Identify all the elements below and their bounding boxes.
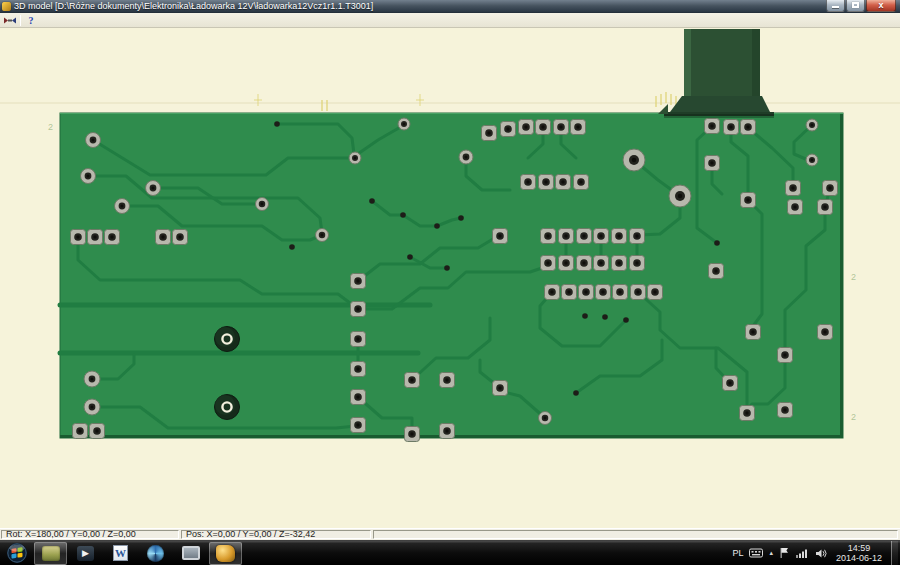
via-hole[interactable]	[582, 313, 588, 319]
via-hole[interactable]	[714, 240, 720, 246]
taskbar-item-target3001[interactable]	[209, 542, 242, 565]
fit-view-arrows-icon	[3, 15, 17, 26]
action-center-flag-icon[interactable]	[779, 547, 790, 559]
via-hole[interactable]	[602, 314, 608, 320]
mounting-post[interactable]	[215, 395, 240, 420]
window-icon	[182, 546, 200, 560]
play-icon: ▶	[77, 546, 94, 561]
volume-icon[interactable]	[815, 548, 827, 559]
fit-view-button[interactable]	[2, 14, 18, 27]
taskbar: ▶ W PL ▴ 14:59	[0, 540, 900, 565]
position-readout: Pos: X=0,00 / Y=0,00 / Z=-32,42	[181, 530, 371, 539]
maximize-icon	[852, 2, 859, 8]
maximize-button[interactable]	[846, 0, 865, 12]
via-hole[interactable]	[274, 121, 280, 127]
window-title: 3D model [D:\Różne dokumenty\Elektronika…	[14, 0, 823, 13]
grid-mark	[254, 94, 262, 106]
system-tray: PL ▴ 14:59 2014-06-12	[732, 541, 900, 565]
via-hole[interactable]	[458, 215, 464, 221]
via-hole[interactable]	[289, 244, 295, 250]
clock-time: 14:59	[848, 543, 871, 553]
file-manager-icon	[42, 546, 60, 561]
minimize-icon	[832, 6, 839, 8]
via-hole[interactable]	[444, 265, 450, 271]
window-controls: x	[826, 0, 896, 12]
board-right-edge	[840, 113, 843, 438]
taskbar-item-media-player[interactable]: ▶	[69, 542, 102, 565]
desktop: 3D model [D:\Różne dokumenty\Elektronika…	[0, 0, 900, 565]
help-button[interactable]: ?	[23, 14, 39, 27]
window-titlebar[interactable]: 3D model [D:\Różne dokumenty\Elektronika…	[0, 0, 900, 13]
ghost-label: 2	[851, 272, 856, 282]
hidden-icons-chevron[interactable]: ▴	[769, 549, 773, 557]
windows-logo-icon	[6, 542, 28, 564]
close-icon: x	[878, 0, 883, 10]
minimize-button[interactable]	[826, 0, 845, 12]
via-hole[interactable]	[369, 198, 375, 204]
pcb-3d-scene: 222	[0, 28, 900, 528]
target3001-icon	[216, 545, 235, 562]
toolbar: ?	[0, 13, 900, 28]
taskbar-item-word[interactable]: W	[104, 542, 137, 565]
show-desktop-button[interactable]	[891, 541, 898, 565]
start-button[interactable]	[2, 541, 32, 565]
language-indicator[interactable]: PL	[732, 548, 743, 558]
help-icon: ?	[29, 15, 34, 26]
disc-icon	[147, 545, 164, 562]
network-icon[interactable]	[796, 548, 809, 559]
3d-viewport[interactable]: 222	[0, 28, 900, 528]
app-icon	[2, 2, 11, 11]
close-button[interactable]: x	[866, 0, 896, 12]
taskbar-item-folder-window[interactable]	[174, 542, 207, 565]
via-hole[interactable]	[623, 317, 629, 323]
status-spacer	[373, 530, 898, 539]
word-icon: W	[113, 545, 128, 561]
transformer-shadow	[664, 114, 774, 118]
grid-mark	[416, 94, 424, 106]
ghost-label: 2	[48, 122, 53, 132]
taskbar-item-file-manager[interactable]	[34, 542, 67, 565]
mounting-post[interactable]	[215, 327, 240, 352]
clock[interactable]: 14:59 2014-06-12	[833, 543, 885, 563]
ghost-label: 2	[851, 412, 856, 422]
keyboard-icon[interactable]	[749, 548, 763, 558]
via-hole[interactable]	[407, 254, 413, 260]
rotation-readout: Rot: X=180,00 / Y=0,00 / Z=0,00	[1, 530, 179, 539]
via-hole[interactable]	[573, 390, 579, 396]
status-bar: Rot: X=180,00 / Y=0,00 / Z=0,00 Pos: X=0…	[0, 528, 900, 540]
via-hole[interactable]	[400, 212, 406, 218]
taskbar-item-media-center[interactable]	[139, 542, 172, 565]
via-hole[interactable]	[434, 223, 440, 229]
toolbar-separator	[20, 15, 21, 26]
clock-date: 2014-06-12	[836, 553, 882, 563]
